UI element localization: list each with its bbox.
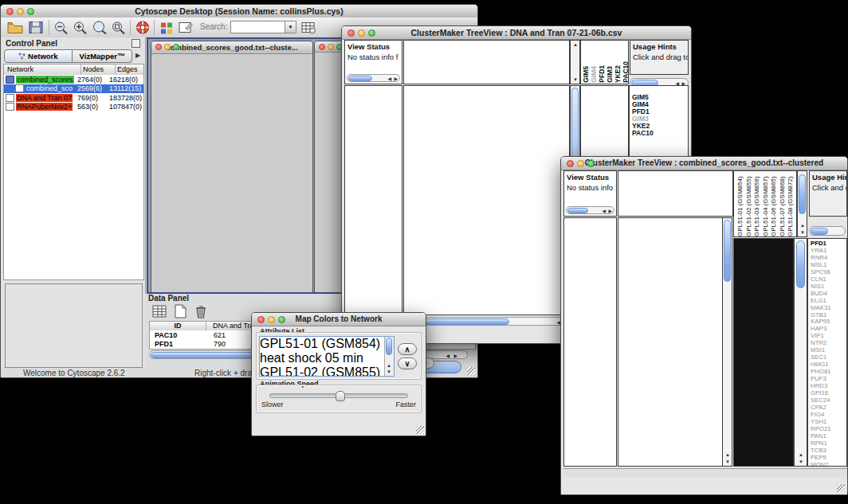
treeview1-row-dendrogram[interactable]: [344, 85, 402, 315]
network-name: DNA and Tran 07: [4, 94, 77, 102]
zoom-in-icon[interactable]: [73, 20, 88, 35]
close-icon[interactable]: [347, 29, 355, 37]
close-icon[interactable]: [319, 44, 325, 50]
move-up-button[interactable]: ∧: [398, 343, 417, 355]
attribute-grid-icon[interactable]: [151, 304, 167, 318]
toolbar-separator: [49, 20, 49, 35]
save-icon[interactable]: [28, 20, 44, 35]
zoom-fit-icon[interactable]: [92, 20, 108, 35]
view-status-line: No status info f: [345, 51, 402, 61]
minimize-icon[interactable]: [328, 44, 334, 50]
close-icon[interactable]: [155, 44, 162, 50]
column-label: GPL51-06 (GSM865): [770, 173, 777, 236]
minimize-icon[interactable]: [268, 316, 275, 323]
main-title-bar[interactable]: Cytoscape Desktop (Session Name: collins…: [1, 5, 477, 18]
minimize-icon[interactable]: [577, 160, 584, 167]
treeview1-view-status: View Status No status info f ◀▶: [344, 40, 402, 84]
dialog-title-bar[interactable]: Map Colors to Network: [252, 313, 426, 326]
attribute-table-icon[interactable]: [300, 20, 316, 35]
new-attribute-icon[interactable]: [172, 304, 188, 318]
treeview2-row-dendrogram[interactable]: [563, 217, 617, 467]
network-overview-panel[interactable]: [5, 283, 143, 368]
slider-thumb[interactable]: [336, 391, 345, 401]
view-status-hscrollbar[interactable]: ◀▶: [347, 74, 400, 82]
zoom-selected-icon[interactable]: [111, 20, 127, 35]
zoom-window-icon[interactable]: [368, 29, 375, 37]
treeview2-column-dendrogram: [618, 170, 733, 217]
float-panel-icon[interactable]: [132, 39, 140, 48]
network-table-header: Network Nodes Edges: [3, 64, 144, 76]
usage-hints-line: Click and drag to: [810, 182, 846, 192]
network-nodes: 769(0): [77, 94, 109, 102]
view-status-title: View Status: [345, 41, 402, 51]
treeview2-zoom-heatmap[interactable]: [733, 238, 794, 467]
scroll-left-icon[interactable]: ◀: [446, 353, 450, 359]
minimize-icon[interactable]: [17, 8, 24, 15]
view-status-hscrollbar[interactable]: ◀▶: [566, 206, 614, 214]
usage-hints-title: Usage Hints: [630, 41, 688, 51]
tab-vizmapper[interactable]: VizMapper™: [73, 49, 132, 63]
network-view-canvas[interactable]: [151, 54, 311, 294]
treeview2-heatmap[interactable]: [618, 217, 723, 467]
treeview-window-2: ClusterMaker TreeView : combined_scores_…: [560, 156, 848, 495]
attribute-list[interactable]: GPL51-01 (GSM854) heat shock 05 minGPL51…: [259, 336, 395, 377]
resize-grip[interactable]: [837, 484, 845, 492]
treeview2-gene-list: PFD1YRA1RNR4MSL1SPC98CLN1NIS1BUD4ELG1MAK…: [807, 238, 847, 467]
open-folder-icon[interactable]: [7, 20, 23, 35]
treeview2-title-bar[interactable]: ClusterMaker TreeView : combined_scores_…: [561, 157, 847, 170]
network-row[interactable]: RNAPuberNov2+563(0)107847(0): [4, 103, 143, 112]
network-window-a[interactable]: combined_scores_good.txt--cluste...: [151, 41, 313, 294]
search-dropdown-icon[interactable]: ▼: [285, 21, 296, 33]
resize-grip[interactable]: [416, 426, 424, 434]
zoom-window-icon[interactable]: [587, 160, 595, 167]
column-label: GIM4: [591, 66, 598, 83]
vizmapper-icon[interactable]: [159, 20, 175, 35]
treeview2-vscrollbar[interactable]: ▲▼: [722, 217, 732, 467]
help-lifesaver-icon[interactable]: [135, 20, 151, 35]
treeview1-title-bar[interactable]: ClusterMaker TreeView : DNA and Tran 07-…: [342, 26, 691, 40]
treeview2-zoom-vscrollbar[interactable]: ▲▼: [794, 238, 807, 467]
network-tab-icon: [18, 53, 26, 60]
network-name: combined_sco: [4, 84, 77, 92]
search-input[interactable]: [230, 21, 288, 33]
zoom-out-icon[interactable]: [53, 20, 69, 35]
minimize-icon[interactable]: [164, 44, 171, 50]
usage-hints-hscrollbar[interactable]: [809, 226, 846, 236]
attribute-list-vscrollbar[interactable]: ▲▼: [384, 337, 394, 376]
attribute-item[interactable]: GPL51-02 (GSM855) heat shock 10 min: [260, 365, 394, 377]
column-label: PAC10: [622, 61, 629, 83]
network-name-label: combined_scores: [16, 76, 74, 84]
treeview1-top-vscrollbar[interactable]: ▲▼: [570, 40, 580, 84]
zoom-window-icon[interactable]: [278, 316, 285, 323]
network-edges: 16218(0): [109, 76, 143, 84]
minimize-icon[interactable]: [358, 29, 365, 37]
zoom-window-icon[interactable]: [27, 8, 34, 15]
column-header[interactable]: Nodes: [81, 64, 116, 75]
column-header[interactable]: Edges: [116, 64, 143, 75]
tab-network[interactable]: Network: [4, 49, 73, 63]
treeview1-heatmap[interactable]: [403, 85, 570, 315]
network-row[interactable]: DNA and Tran 07769(0)183728(0): [4, 93, 143, 103]
treeview1-column-dendrogram[interactable]: [403, 40, 570, 84]
animation-speed-slider[interactable]: [269, 393, 408, 398]
close-icon[interactable]: [6, 8, 14, 15]
folder-icon: [6, 76, 14, 84]
attribute-item[interactable]: GPL51-01 (GSM854) heat shock 05 min: [260, 337, 394, 365]
resize-grip[interactable]: [467, 367, 475, 375]
scroll-right-icon[interactable]: ▶: [453, 353, 457, 359]
close-icon[interactable]: [567, 160, 574, 167]
column-header[interactable]: Network: [4, 64, 81, 75]
tab-overflow-icon[interactable]: ▶: [132, 49, 143, 61]
zoom-window-icon[interactable]: [173, 44, 179, 50]
column-label: GPL51-07 (GSM868): [779, 173, 786, 236]
move-down-button[interactable]: ∨: [398, 357, 417, 369]
network-row[interactable]: combined_sco2569(6)13112(15): [4, 84, 143, 94]
close-icon[interactable]: [257, 316, 265, 323]
delete-attribute-icon[interactable]: [193, 304, 209, 318]
annotation-icon[interactable]: [178, 20, 194, 35]
treeview2-column-labels: GPL51-01 (GSM854)GPL51-02 (GSM855)GPL51-…: [733, 170, 797, 237]
treeview1-zoom-heatmap[interactable]: [581, 96, 629, 136]
column-label: GIM5: [583, 66, 590, 83]
network-row[interactable]: combined_scores2764(0)16218(0): [4, 75, 143, 84]
treeview2-labels-vscrollbar[interactable]: ▲▼: [797, 170, 807, 237]
